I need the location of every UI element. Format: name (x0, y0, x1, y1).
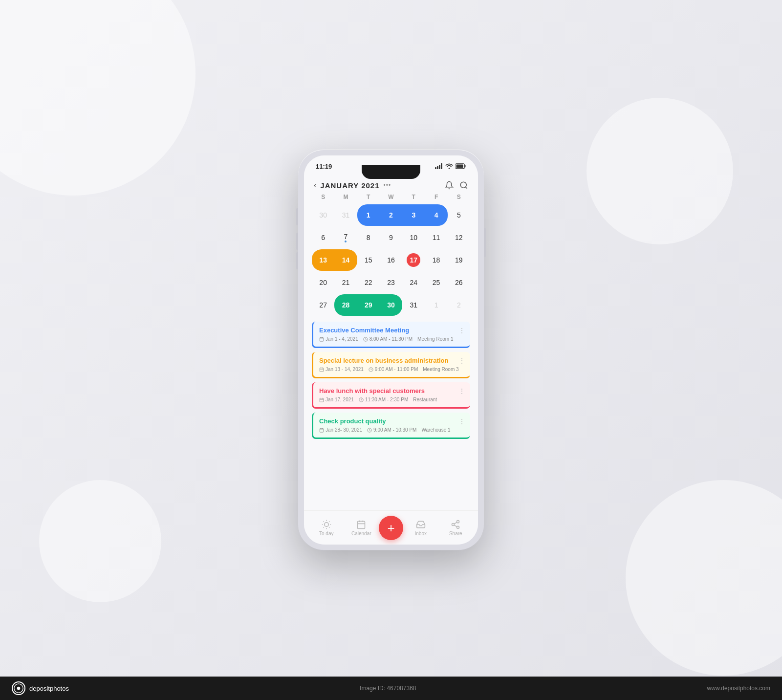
table-row[interactable]: 20 (312, 272, 334, 293)
weekday-wed: W (380, 192, 402, 202)
nav-today[interactable]: To day (309, 520, 344, 536)
table-row[interactable]: 1 (425, 294, 447, 316)
inbox-icon (416, 520, 426, 529)
nav-share[interactable]: Share (438, 520, 474, 536)
table-row[interactable]: 19 (448, 249, 470, 271)
table-row[interactable]: 8 (357, 227, 380, 248)
calendar-grid-area: S M T W T F S 30 31 1 2 3 4 5 (304, 192, 478, 316)
table-row[interactable]: 21 (334, 272, 357, 293)
table-row[interactable]: 13 (312, 249, 334, 271)
event-card-quality[interactable]: ⋮ Check product quality Jan 28- 30, 2021… (312, 413, 470, 439)
event-date-lunch: Jan 17, 2021 (319, 397, 354, 402)
watermark-logo: depositphotos (12, 681, 69, 695)
more-dots[interactable]: ••• (384, 182, 391, 189)
event-title-executive: Executive Committee Meeting (319, 327, 464, 334)
table-row[interactable]: 30 (380, 294, 402, 316)
event-time-quality: 9:00 AM - 10:30 PM (367, 427, 416, 433)
svg-line-33 (329, 527, 329, 527)
event-menu-icon[interactable]: ⋮ (458, 327, 465, 334)
event-time-executive: 8:00 AM - 11:30 PM (363, 336, 413, 342)
table-row[interactable]: 9 (380, 227, 402, 248)
fab-plus-icon: + (387, 522, 394, 534)
search-icon[interactable] (459, 181, 468, 190)
table-row[interactable]: 31 (402, 294, 425, 316)
table-row[interactable]: 27 (312, 294, 334, 316)
table-row[interactable]: 11 (425, 227, 447, 248)
event-menu-icon-lunch[interactable]: ⋮ (458, 387, 465, 395)
status-time: 11:19 (316, 163, 332, 170)
svg-rect-2 (439, 165, 440, 169)
table-row[interactable]: 30 (312, 204, 334, 226)
bg-decoration-1 (0, 0, 196, 196)
back-arrow[interactable]: ‹ (314, 181, 316, 190)
table-row[interactable]: 26 (448, 272, 470, 293)
event-menu-icon-quality[interactable]: ⋮ (458, 417, 465, 425)
svg-point-42 (457, 520, 459, 523)
table-row[interactable]: 18 (425, 249, 447, 271)
svg-point-43 (452, 523, 455, 525)
table-row[interactable]: 7 (334, 227, 357, 248)
table-row[interactable]: 12 (448, 227, 470, 248)
table-row[interactable]: 22 (357, 272, 380, 293)
event-title-lunch: Have lunch with special customers (319, 387, 464, 394)
table-row[interactable]: 5 (448, 204, 470, 226)
event-location-lunch: Restaurant (413, 397, 437, 402)
svg-rect-0 (435, 167, 436, 169)
nav-inbox[interactable]: Inbox (403, 520, 438, 536)
table-row[interactable]: 14 (334, 249, 357, 271)
calendar-title: JANUARY 2021 (320, 181, 379, 190)
nav-share-label: Share (449, 531, 462, 536)
svg-rect-24 (320, 428, 324, 432)
nav-inbox-label: Inbox (415, 531, 427, 536)
bg-decoration-4 (39, 480, 161, 602)
weekday-thu: T (402, 192, 425, 202)
watermark-url: www.depositphotos.com (707, 685, 770, 692)
event-title-quality: Check product quality (319, 417, 464, 425)
table-row[interactable]: 1 (357, 204, 380, 226)
table-row[interactable]: 16 (380, 249, 402, 271)
table-row[interactable]: 17 (402, 249, 425, 271)
event-time-lunch: 11:30 AM - 2:30 PM (359, 397, 408, 402)
svg-rect-3 (441, 163, 442, 169)
event-card-lecture[interactable]: ⋮ Special lecture on business administra… (312, 352, 470, 378)
bottom-navigation: To day Calendar + (304, 510, 478, 545)
battery-icon (456, 163, 466, 169)
table-row[interactable]: 6 (312, 227, 334, 248)
event-title-lecture: Special lecture on business administrati… (319, 357, 464, 364)
weekdays-row: S M T W T F S (312, 192, 470, 202)
phone-screen: 11:19 (304, 155, 478, 545)
table-row[interactable]: 15 (357, 249, 380, 271)
table-row[interactable]: 25 (425, 272, 447, 293)
table-row[interactable]: 2 (380, 204, 402, 226)
event-card-lunch[interactable]: ⋮ Have lunch with special customers Jan … (312, 382, 470, 409)
status-bar: 11:19 (304, 155, 478, 177)
table-row[interactable]: 23 (380, 272, 402, 293)
weekday-mon: M (334, 192, 357, 202)
table-row[interactable]: 4 (425, 204, 447, 226)
nav-today-label: To day (319, 531, 333, 536)
nav-calendar-label: Calendar (351, 531, 371, 536)
table-row[interactable]: 31 (334, 204, 357, 226)
watermark-bar: depositphotos Image ID: 467087368 www.de… (0, 677, 782, 700)
table-row[interactable]: 10 (402, 227, 425, 248)
phone-frame: 11:19 (298, 150, 484, 550)
table-row[interactable]: 28 (334, 294, 357, 316)
bell-icon[interactable] (445, 181, 454, 190)
event-card-executive[interactable]: ⋮ Executive Committee Meeting Jan 1 - 4,… (312, 322, 470, 348)
svg-line-45 (454, 525, 457, 526)
table-row[interactable]: 29 (357, 294, 380, 316)
svg-line-32 (323, 521, 324, 522)
table-row[interactable]: 3 (402, 204, 425, 226)
svg-line-37 (329, 521, 329, 522)
bg-decoration-3 (586, 98, 733, 244)
calendar-action-icons (445, 181, 468, 190)
calendar-nav-left[interactable]: ‹ JANUARY 2021 ••• (314, 181, 391, 190)
fab-add-button[interactable]: + (379, 516, 403, 540)
event-menu-icon-lecture[interactable]: ⋮ (458, 357, 465, 365)
nav-calendar[interactable]: Calendar (344, 520, 379, 536)
calendar-header: ‹ JANUARY 2021 ••• (304, 177, 478, 192)
calendar-icon (356, 520, 366, 529)
svg-rect-38 (358, 521, 365, 528)
table-row[interactable]: 2 (448, 294, 470, 316)
table-row[interactable]: 24 (402, 272, 425, 293)
